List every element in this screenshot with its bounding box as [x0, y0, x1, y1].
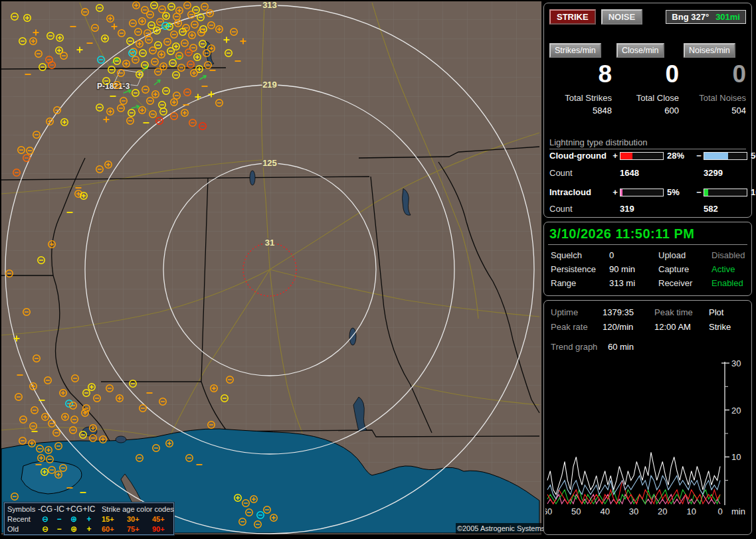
cg-plus-count: 1648 — [620, 168, 664, 178]
status-grid: Squelch0UploadDisabledPersistence90 minC… — [551, 250, 747, 288]
cloud-ground-count-row: Count 1648 3299 — [549, 168, 749, 178]
total-noises-label: Total Noises — [684, 93, 746, 103]
grid-cell: 1379:35 — [603, 307, 654, 317]
cg-plus-bar — [620, 152, 664, 160]
svg-text:min: min — [731, 506, 745, 516]
total-close-value: 600 — [616, 106, 679, 116]
ic-plus-bar — [620, 189, 664, 196]
datetime-display: 3/10/2026 11:50:11 PM — [549, 226, 694, 242]
map-legend: Symbols -CG -IC +CG +IC Strike age color… — [4, 502, 174, 535]
strikes-column: Strikes/min 8 Total Strikes 5848 — [549, 43, 612, 116]
trend-graph-chart: 1020306050403020100min — [545, 356, 750, 522]
svg-text:50: 50 — [571, 506, 581, 516]
close-per-min-value: 0 — [616, 62, 679, 86]
svg-text:20: 20 — [658, 506, 667, 516]
grid-cell: 120/min — [603, 322, 654, 332]
svg-text:10: 10 — [731, 452, 741, 462]
grid-cell: Peak time — [654, 307, 709, 317]
status-panel: 3/10/2026 11:50:11 PM Squelch0UploadDisa… — [543, 222, 752, 296]
trend-graph-label: Trend graph — [551, 342, 597, 352]
svg-text:30: 30 — [731, 358, 741, 368]
close-per-min-button[interactable]: Close/min — [616, 43, 664, 58]
svg-text:40: 40 — [600, 506, 609, 516]
grid-cell: 12:00 AM — [654, 322, 709, 332]
app-window: 31321912531 P-1821-3 Symbols -CG -IC +CG… — [0, 0, 756, 539]
total-strikes-value: 5848 — [549, 106, 612, 116]
legend-row: Recent⊖−⊕+15+30+45+ — [7, 514, 171, 524]
lightning-map[interactable]: 31321912531 P-1821-3 Symbols -CG -IC +CG… — [1, 1, 541, 534]
strike-button[interactable]: STRIKE — [549, 9, 596, 25]
svg-text:30: 30 — [629, 506, 638, 516]
bearing-label: Bng 327° — [672, 12, 709, 22]
grid-cell: 313 mi — [609, 278, 658, 288]
session-grid: Uptime1379:35Peak timePlotPeak rate120/m… — [551, 307, 747, 332]
grid-cell: Uptime — [551, 307, 603, 317]
bearing-range: 301mi — [715, 12, 740, 22]
svg-text:313: 313 — [262, 1, 277, 10]
svg-text:219: 219 — [262, 80, 277, 90]
svg-text:0: 0 — [717, 506, 722, 516]
grid-cell: Disabled — [711, 250, 747, 260]
ic-minus-count: 582 — [704, 204, 747, 214]
grid-cell: Plot — [709, 307, 747, 317]
legend-row: Old⊖−⊕+60+75+90+ — [7, 524, 171, 534]
svg-text:60: 60 — [545, 506, 552, 516]
intracloud-count-row: Count 319 582 — [549, 204, 749, 214]
grid-cell: Persistence — [551, 264, 609, 274]
intracloud-row: Intracloud + 5% − 10% — [549, 187, 749, 197]
legend-header-row: Symbols -CG -IC +CG +IC Strike age color… — [7, 504, 171, 514]
strikes-per-min-button[interactable]: Strikes/min — [549, 43, 601, 58]
grid-cell: 0 — [609, 250, 658, 260]
grid-cell: Peak rate — [551, 322, 603, 332]
total-close-label: Total Close — [616, 93, 679, 103]
cg-minus-bar — [704, 152, 747, 160]
noises-per-min-button[interactable]: Noises/min — [684, 43, 735, 58]
svg-text:20: 20 — [731, 406, 741, 416]
cloud-ground-row: Cloud-ground + 28% − 56% — [549, 151, 749, 161]
trend-graph-value: 60 min — [608, 342, 634, 352]
session-panel: Uptime1379:35Peak timePlotPeak rate120/m… — [543, 300, 752, 535]
map-canvas[interactable]: 31321912531 P-1821-3 — [1, 1, 541, 534]
legend-age-header: Strike age color codes — [102, 504, 177, 514]
grid-cell: Capture — [658, 264, 711, 274]
grid-cell: Range — [551, 278, 609, 288]
close-column: Close/min 0 Total Close 600 — [616, 43, 679, 116]
legend-symbols-header: Symbols — [7, 504, 38, 514]
svg-text:31: 31 — [265, 238, 274, 248]
grid-cell: Receiver — [658, 278, 711, 288]
divider — [548, 244, 747, 245]
grid-cell: Enabled — [711, 278, 747, 288]
grid-cell: Strike — [709, 322, 747, 332]
grid-cell: Squelch — [551, 250, 609, 260]
noises-column: Noises/min 0 Total Noises 504 — [684, 43, 746, 116]
grid-cell: 90 min — [609, 264, 658, 274]
svg-text:10: 10 — [686, 506, 696, 516]
cg-minus-count: 3299 — [704, 168, 747, 178]
ic-plus-count: 319 — [620, 204, 664, 214]
trend-graph-row: Trend graph 60 min — [551, 342, 634, 352]
total-strikes-label: Total Strikes — [549, 93, 612, 103]
total-noises-value: 504 — [684, 106, 746, 116]
grid-cell: Upload — [658, 250, 711, 260]
copyright-text: ©2005 Astrogenic Systems — [456, 523, 546, 534]
strike-stats-panel: STRIKE NOISE Bng 327°301mi Strikes/min 8… — [543, 3, 752, 218]
noise-button[interactable]: NOISE — [601, 9, 642, 25]
ic-minus-bar — [704, 189, 747, 196]
bearing-readout: Bng 327°301mi — [666, 10, 746, 24]
strikes-per-min-value: 8 — [549, 62, 612, 86]
grid-cell: Active — [711, 264, 747, 274]
svg-text:125: 125 — [262, 158, 277, 168]
noises-per-min-value: 0 — [684, 62, 746, 86]
distribution-title: Lightning type distribution — [549, 137, 746, 149]
rate-stats: Strikes/min 8 Total Strikes 5848 Close/m… — [549, 43, 746, 116]
